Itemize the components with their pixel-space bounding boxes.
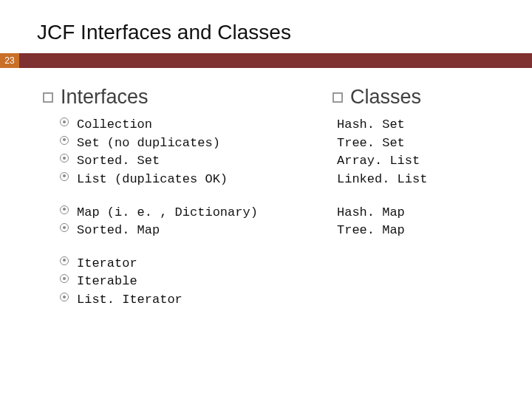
item-text: Iterator <box>77 255 137 273</box>
interfaces-heading-text: Interfaces <box>61 86 149 109</box>
right-column: Classes Hash. Set Tree. Set Array. List … <box>332 81 502 324</box>
list-item: Iterable <box>43 273 303 291</box>
item-text: Sorted. Map <box>77 222 160 240</box>
slide-title: JCF Interfaces and Classes <box>37 21 502 44</box>
item-text: Hash. Map <box>337 204 405 222</box>
left-column: Interfaces Collection Set (no duplicates… <box>43 81 303 324</box>
slide-body: Interfaces Collection Set (no duplicates… <box>0 68 532 324</box>
list-item: Sorted. Set <box>43 152 303 171</box>
item-text: Array. List <box>337 152 420 171</box>
list-item: Hash. Set <box>332 116 502 134</box>
list-item: Iterator <box>43 255 303 273</box>
classes-heading-text: Classes <box>350 86 421 109</box>
item-text: Hash. Set <box>337 116 405 134</box>
list-item: Linked. List <box>332 171 502 189</box>
title-area: JCF Interfaces and Classes <box>0 0 532 53</box>
list-item: Collection <box>43 116 303 134</box>
classes-group-2: Hash. Map Tree. Map <box>332 204 502 240</box>
circle-dot-icon <box>59 172 69 181</box>
item-text: List. Iterator <box>77 291 183 310</box>
classes-heading: Classes <box>332 86 502 109</box>
square-bullet-icon <box>43 92 53 103</box>
circle-dot-icon <box>59 136 69 145</box>
item-text: Collection <box>77 116 152 134</box>
circle-dot-icon <box>59 205 69 214</box>
item-text: Map (i. e. , Dictionary) <box>77 204 258 222</box>
list-item: Tree. Set <box>332 134 502 153</box>
list-item: Sorted. Map <box>43 222 303 240</box>
circle-dot-icon <box>59 293 69 301</box>
list-item: Hash. Map <box>332 204 502 222</box>
slide: JCF Interfaces and Classes 23 Interfaces… <box>0 0 532 399</box>
list-item: Set (no duplicates) <box>43 134 303 153</box>
square-bullet-icon <box>332 92 343 103</box>
interfaces-group-2: Map (i. e. , Dictionary) Sorted. Map <box>43 204 303 240</box>
item-text: Set (no duplicates) <box>77 134 220 153</box>
interfaces-group-1: Collection Set (no duplicates) Sorted. S… <box>43 116 303 189</box>
accent-band: 23 <box>0 53 532 68</box>
page-number: 23 <box>0 53 19 68</box>
circle-dot-icon <box>59 117 69 126</box>
circle-dot-icon <box>59 256 69 265</box>
item-text: Tree. Map <box>337 222 405 240</box>
item-text: List (duplicates OK) <box>77 171 228 189</box>
circle-dot-icon <box>59 154 69 163</box>
item-text: Iterable <box>77 273 137 291</box>
item-text: Sorted. Set <box>77 152 160 171</box>
circle-dot-icon <box>59 223 69 232</box>
item-text: Tree. Set <box>337 134 405 153</box>
item-text: Linked. List <box>337 171 427 189</box>
list-item: Array. List <box>332 152 502 171</box>
interfaces-heading: Interfaces <box>43 86 303 109</box>
list-item: List (duplicates OK) <box>43 171 303 189</box>
interfaces-group-3: Iterator Iterable List. Iterator <box>43 255 303 310</box>
classes-group-1: Hash. Set Tree. Set Array. List Linked. … <box>332 116 502 189</box>
list-item: Tree. Map <box>332 222 502 240</box>
list-item: Map (i. e. , Dictionary) <box>43 204 303 222</box>
circle-dot-icon <box>59 274 69 283</box>
list-item: List. Iterator <box>43 291 303 310</box>
